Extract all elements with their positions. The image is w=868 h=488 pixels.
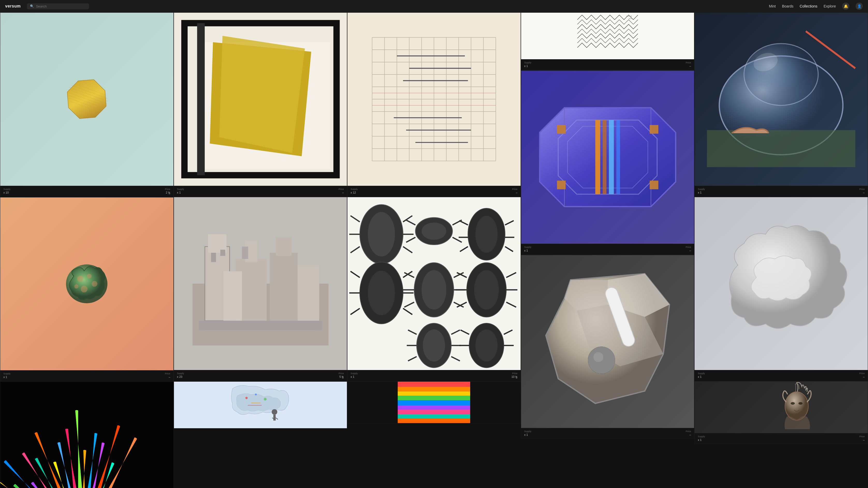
- nav-links: Mint Boards Collections Explore 🔔 👤: [769, 3, 863, 10]
- svg-rect-27: [276, 237, 291, 256]
- colorful-strip-svg: [347, 382, 521, 423]
- grid-col-0: Supply x 10 Price 2 ꜩ: [0, 12, 174, 488]
- art-card-8-footer: Supply x 1 Price 10 ꜩ: [347, 370, 521, 381]
- svg-rect-32: [242, 247, 248, 259]
- nav-collections[interactable]: Collections: [800, 4, 817, 8]
- art-card-1[interactable]: Supply x 10 Price 2 ꜩ: [0, 12, 174, 197]
- price-value-13: –: [859, 191, 865, 194]
- svg-rect-34: [205, 330, 316, 346]
- supply-value-14: x 1: [698, 375, 705, 378]
- art-image-6: [174, 382, 347, 428]
- supply-label-4: Supply: [177, 188, 184, 190]
- svg-point-14: [81, 286, 88, 292]
- art-card-6[interactable]: [174, 381, 347, 428]
- svg-line-38: [275, 418, 278, 419]
- user-avatar[interactable]: 👤: [856, 3, 863, 10]
- art-image-14: [694, 197, 868, 370]
- supply-label-13: Supply: [698, 188, 705, 190]
- svg-rect-136: [398, 391, 470, 396]
- art-card-3[interactable]: https://versum.xyz/token/versum/16614 Su…: [0, 381, 174, 488]
- price-label-11: Price: [686, 246, 691, 249]
- supply-value-11: x 1: [524, 249, 531, 252]
- yellow-geometric-svg: [178, 17, 343, 182]
- price-label-2: Price: [165, 372, 170, 375]
- art-card-14[interactable]: Supply x 1 Price –: [694, 197, 868, 381]
- creature-svg: [694, 381, 868, 433]
- svg-point-41: [264, 398, 267, 400]
- art-card-10[interactable]: mm/gd mms Supply x 1 Price –: [521, 12, 694, 70]
- nav-mint[interactable]: Mint: [769, 4, 776, 8]
- art-card-11-footer: Supply x 1 Price –: [521, 244, 694, 255]
- metallic-gem-svg: [61, 73, 113, 125]
- art-card-8[interactable]: Supply x 1 Price 10 ꜩ: [347, 197, 521, 382]
- price-value-15: –: [859, 438, 865, 442]
- svg-line-124: [408, 357, 416, 361]
- svg-point-89: [475, 216, 498, 253]
- supply-value-2: x 1: [3, 376, 10, 379]
- svg-line-87: [453, 237, 462, 242]
- supply-value-8: x 1: [350, 375, 358, 378]
- art-card-2[interactable]: Supply x 1 Price –: [0, 197, 174, 382]
- art-card-9[interactable]: [347, 381, 521, 423]
- grid-col-3: mm/gd mms Supply x 1 Price –: [521, 12, 694, 488]
- price-value: 2 ꜩ: [165, 191, 170, 194]
- map-svg: [174, 382, 347, 428]
- art-card-12[interactable]: Supply x 1 Price –: [521, 255, 694, 440]
- art-card-11[interactable]: Supply x 1 Price –: [521, 70, 694, 255]
- price-label-4: Price: [339, 188, 344, 190]
- svg-line-90: [459, 221, 468, 225]
- art-card-5-footer: Supply x 23 Price 5 ꜩ: [174, 370, 347, 381]
- svg-text:mm/gd: mm/gd: [626, 15, 632, 17]
- nav-explore[interactable]: Explore: [824, 4, 836, 8]
- supply-value-13: x 1: [698, 191, 705, 194]
- supply-label-14: Supply: [698, 372, 705, 375]
- svg-point-105: [422, 270, 446, 310]
- price-label-8: Price: [511, 372, 517, 375]
- art-image-10: mm/gd mms: [521, 13, 694, 59]
- svg-point-12: [87, 274, 92, 279]
- svg-line-95: [505, 247, 513, 252]
- art-card-13[interactable]: Supply x 1 Price –: [694, 12, 868, 197]
- art-card-5[interactable]: Supply x 23 Price 5 ꜩ: [174, 197, 347, 382]
- svg-rect-26: [270, 253, 298, 321]
- price-label: Price: [165, 188, 170, 190]
- svg-line-122: [408, 330, 416, 334]
- svg-point-121: [423, 329, 445, 361]
- art-card-7[interactable]: Supply x 12 Price –: [347, 12, 521, 197]
- search-input[interactable]: [36, 4, 86, 8]
- svg-rect-148: [595, 120, 600, 194]
- svg-text:mms: mms: [628, 18, 632, 20]
- art-image-15: [694, 381, 868, 433]
- price-value-7: –: [512, 191, 518, 194]
- art-card-7-footer: Supply x 12 Price –: [347, 186, 521, 197]
- price-value-4: –: [339, 191, 344, 194]
- logo[interactable]: versum: [5, 4, 21, 8]
- svg-rect-142: [398, 418, 470, 423]
- trilobites-svg: [347, 197, 521, 370]
- svg-point-75: [368, 212, 395, 256]
- art-image-7: [347, 13, 521, 186]
- navbar: versum 🔍 Mint Boards Collections Explore…: [0, 0, 868, 12]
- svg-point-35: [272, 409, 277, 415]
- svg-line-98: [350, 271, 360, 278]
- grid-col-4: Supply x 1 Price –: [694, 12, 868, 488]
- search-bar[interactable]: 🔍: [27, 3, 89, 9]
- svg-point-11: [77, 275, 83, 282]
- art-card-15[interactable]: Supply x 1 Price –: [694, 381, 868, 444]
- svg-point-15: [74, 284, 79, 289]
- art-card-4[interactable]: Supply x 1 Price –: [174, 12, 347, 197]
- price-label-12: Price: [686, 430, 691, 433]
- nav-boards[interactable]: Boards: [782, 4, 794, 8]
- svg-rect-135: [398, 387, 470, 391]
- art-card-12-footer: Supply x 1 Price –: [521, 428, 694, 439]
- svg-line-130: [461, 330, 469, 334]
- art-image-12: [521, 255, 694, 428]
- svg-point-13: [92, 281, 97, 287]
- svg-rect-43: [247, 405, 261, 406]
- svg-rect-139: [398, 405, 470, 410]
- svg-line-81: [403, 247, 412, 253]
- supply-value-5: x 23: [177, 375, 184, 378]
- notification-icon[interactable]: 🔔: [842, 3, 849, 10]
- pencil-grid-svg: [347, 13, 521, 186]
- art-image-9: [347, 382, 521, 423]
